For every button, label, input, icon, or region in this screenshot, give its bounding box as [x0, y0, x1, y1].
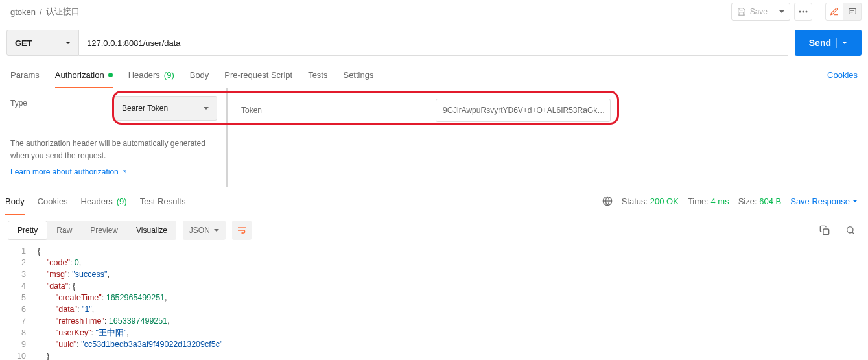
- svg-point-1: [803, 11, 804, 13]
- request-url-row: GET Send: [0, 23, 868, 62]
- breadcrumb-name: 认证接口: [46, 6, 80, 18]
- view-raw[interactable]: Raw: [47, 221, 81, 240]
- tab-authorization[interactable]: Authorization: [55, 62, 113, 88]
- chevron-down-icon: [214, 229, 219, 232]
- line-gutter: 1234567891011: [0, 245, 34, 360]
- save-dropdown-button[interactable]: [773, 3, 790, 21]
- response-tab-test-results[interactable]: Test Results: [140, 187, 186, 215]
- auth-type-select[interactable]: Bearer Token: [113, 96, 217, 121]
- view-pretty[interactable]: Pretty: [8, 221, 47, 240]
- comment-button[interactable]: [843, 3, 862, 21]
- response-tab-headers[interactable]: Headers (9): [81, 187, 127, 215]
- tab-prerequest[interactable]: Pre-request Script: [224, 62, 292, 88]
- auth-type-value: Bearer Token: [122, 104, 168, 113]
- http-method-label: GET: [15, 38, 32, 48]
- tab-settings[interactable]: Settings: [343, 62, 373, 88]
- tab-headers-label: Headers: [128, 70, 160, 80]
- external-link-icon: [121, 169, 128, 175]
- language-select[interactable]: JSON: [183, 221, 226, 240]
- save-label: Save: [750, 7, 768, 16]
- tab-auth-label: Authorization: [55, 70, 104, 80]
- response-tab-cookies[interactable]: Cookies: [38, 187, 68, 215]
- comments-icon: [848, 7, 857, 16]
- chevron-down-icon: [842, 42, 847, 44]
- title-bar: gtoken / 认证接口 Save: [0, 0, 868, 23]
- copy-icon: [819, 225, 830, 235]
- svg-rect-9: [823, 229, 829, 235]
- svg-point-0: [799, 11, 801, 13]
- pencil-icon: [830, 7, 839, 16]
- language-label: JSON: [189, 226, 210, 235]
- code-content: { "code": 0, "msg": "success", "data": {…: [34, 245, 222, 360]
- tab-tests[interactable]: Tests: [308, 62, 327, 88]
- request-tabs: Params Authorization Headers (9) Body Pr…: [0, 62, 868, 88]
- learn-more-link[interactable]: Learn more about authorization: [10, 167, 128, 176]
- wrap-icon: [237, 225, 247, 235]
- resp-headers-count: (9): [117, 197, 127, 206]
- time-label[interactable]: Time: 4 ms: [688, 197, 729, 206]
- authorization-panel: Type The authorization header will be au…: [0, 88, 868, 187]
- send-button[interactable]: Send: [795, 30, 862, 56]
- globe-icon[interactable]: [602, 196, 613, 206]
- chevron-down-icon: [65, 42, 71, 44]
- view-visualize[interactable]: Visualize: [127, 221, 176, 240]
- token-input[interactable]: [436, 99, 611, 122]
- chevron-down-icon: [852, 200, 858, 202]
- breadcrumb-parent[interactable]: gtoken: [10, 7, 36, 17]
- save-response-button[interactable]: Save Response: [790, 197, 858, 206]
- breadcrumb: gtoken / 认证接口: [10, 6, 80, 18]
- copy-response-button[interactable]: [815, 221, 834, 240]
- status-label[interactable]: Status: 200 OK: [622, 197, 679, 206]
- resp-headers-label: Headers: [81, 197, 113, 206]
- response-tabs: Body Cookies Headers (9) Test Results St…: [0, 187, 868, 215]
- send-label: Send: [809, 38, 831, 48]
- tab-body[interactable]: Body: [190, 62, 209, 88]
- tab-params[interactable]: Params: [10, 62, 40, 88]
- wrap-lines-button[interactable]: [232, 221, 252, 240]
- headers-count: (9): [164, 70, 174, 80]
- floppy-icon: [737, 7, 746, 16]
- ellipsis-icon: [799, 10, 808, 13]
- http-method-select[interactable]: GET: [6, 30, 79, 56]
- view-mode-segmented: Pretty Raw Preview Visualize: [8, 221, 176, 240]
- tab-headers[interactable]: Headers (9): [128, 62, 174, 88]
- url-input[interactable]: [79, 30, 788, 56]
- token-label: Token: [241, 106, 436, 115]
- svg-point-2: [806, 11, 808, 13]
- svg-line-11: [852, 232, 854, 234]
- more-actions-button[interactable]: [794, 3, 812, 21]
- save-button[interactable]: Save: [731, 3, 773, 21]
- response-viewer-toolbar: Pretty Raw Preview Visualize JSON: [0, 215, 868, 245]
- response-tab-body[interactable]: Body: [5, 187, 25, 215]
- search-icon: [845, 225, 856, 235]
- auth-description: The authorization header will be automat…: [10, 138, 215, 162]
- size-label[interactable]: Size: 604 B: [738, 197, 782, 206]
- response-body-editor[interactable]: 1234567891011 { "code": 0, "msg": "succe…: [0, 245, 868, 360]
- chevron-down-icon: [204, 107, 209, 110]
- cookies-link[interactable]: Cookies: [827, 70, 858, 80]
- breadcrumb-separator: /: [40, 7, 42, 17]
- search-response-button[interactable]: [841, 221, 860, 240]
- vertical-resize-handle[interactable]: [226, 88, 228, 187]
- status-dot-icon: [108, 73, 113, 77]
- view-preview[interactable]: Preview: [81, 221, 127, 240]
- svg-rect-3: [849, 8, 856, 14]
- learn-more-label: Learn more about authorization: [10, 167, 119, 176]
- svg-point-10: [847, 227, 853, 233]
- edit-button[interactable]: [825, 3, 843, 21]
